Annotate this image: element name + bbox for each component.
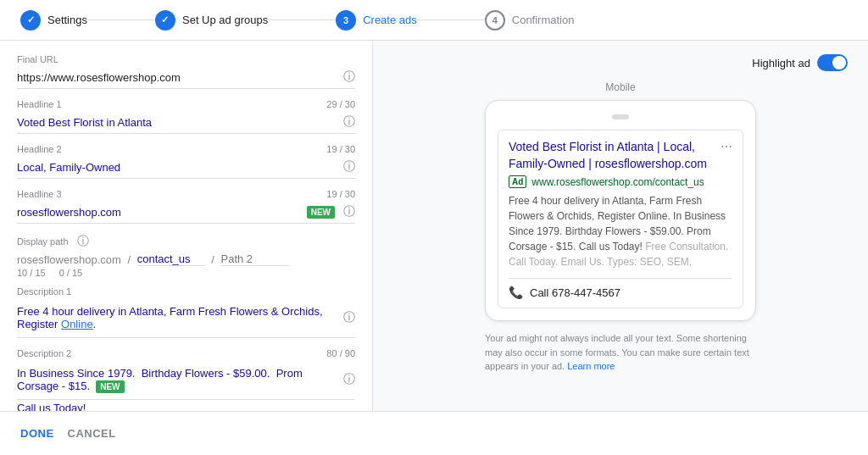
- step-create-ads-circle: 3: [336, 10, 356, 31]
- headline3-input[interactable]: [17, 206, 307, 219]
- step-settings[interactable]: ✓ Settings: [20, 10, 87, 31]
- ad-badge: Ad: [509, 175, 526, 188]
- display-path-path1-input[interactable]: [137, 252, 205, 266]
- cancel-button[interactable]: CANCEL: [68, 420, 116, 447]
- desc2-value[interactable]: In Business Since 1979. Birthday Flowers…: [17, 363, 338, 396]
- headline1-label: Headline 1: [17, 99, 62, 109]
- headline2-count: 19 / 30: [326, 144, 355, 154]
- headline3-label: Headline 3: [17, 189, 62, 199]
- disclaimer-text: Your ad might not always include all you…: [485, 333, 749, 371]
- headline1-header-row: Headline 1 29 / 30: [17, 99, 355, 111]
- step-confirmation-circle: 4: [485, 10, 505, 31]
- desc2-block: Description 2 80 / 90 In Business Since …: [17, 348, 355, 411]
- desc2-count: 80 / 90: [326, 348, 355, 358]
- ad-info-row: Ad www.rosesflowershop.com/contact_us: [509, 175, 732, 188]
- display-path-path2-input[interactable]: [221, 252, 289, 266]
- ad-title: Voted Best Florist in Atlanta | Local, F…: [509, 139, 732, 172]
- stepper: ✓ Settings ✓ Set Up ad groups 3 Create a…: [0, 0, 868, 41]
- final-url-help-icon[interactable]: ⓘ: [343, 69, 355, 85]
- display-path-sep1: /: [125, 253, 134, 266]
- left-panel: Final URL ⓘ Headline 1 29 / 30 ⓘ Headlin…: [0, 41, 373, 411]
- headline2-label: Headline 2: [17, 144, 62, 154]
- connector-1: [87, 19, 155, 20]
- headline2-row: ⓘ: [17, 156, 355, 179]
- headline2-header-row: Headline 2 19 / 30: [17, 144, 355, 156]
- headline1-input[interactable]: [17, 116, 338, 129]
- display-path-base: rosesflowershop.com: [17, 253, 121, 266]
- display-path-help-icon[interactable]: ⓘ: [77, 234, 89, 249]
- desc1-value[interactable]: Free 4 hour delivery in Atlanta, Farm Fr…: [17, 302, 338, 334]
- step-ad-groups-label: Set Up ad groups: [182, 14, 268, 26]
- display-path-label: Display path: [17, 236, 69, 247]
- final-url-row: ⓘ: [17, 66, 355, 89]
- headline3-block: Headline 3 19 / 30 NEW ⓘ: [17, 189, 355, 224]
- step-confirmation[interactable]: 4 Confirmation: [485, 10, 575, 31]
- desc1-row: Free 4 hour delivery in Atlanta, Farm Fr…: [17, 298, 355, 338]
- headline2-input[interactable]: [17, 161, 338, 174]
- headline3-count: 19 / 30: [326, 189, 355, 199]
- desc1-help-icon[interactable]: ⓘ: [343, 310, 355, 325]
- phone-notch: [612, 114, 629, 119]
- headline2-block: Headline 2 19 / 30 ⓘ: [17, 144, 355, 179]
- ad-title-text: Voted Best Florist in Atlanta | Local, F…: [509, 139, 721, 172]
- desc2-label: Description 2: [17, 348, 71, 358]
- done-button[interactable]: DONE: [20, 420, 54, 447]
- disclaimer: Your ad might not always include all you…: [485, 331, 756, 374]
- headline1-count: 29 / 30: [326, 99, 355, 109]
- headline2-help-icon[interactable]: ⓘ: [343, 159, 355, 175]
- step-ad-groups-circle: ✓: [155, 10, 175, 31]
- footer: DONE CANCEL: [0, 411, 868, 455]
- learn-more-link[interactable]: Learn more: [567, 361, 615, 371]
- final-url-input[interactable]: [17, 71, 338, 84]
- headline3-help-icon[interactable]: ⓘ: [343, 204, 355, 219]
- device-label: Mobile: [605, 81, 635, 93]
- connector-2: [268, 19, 336, 20]
- headline1-help-icon[interactable]: ⓘ: [343, 114, 355, 130]
- path1-count: 10 / 15: [17, 268, 46, 278]
- desc2-value-line2: Call us Today!: [17, 400, 355, 411]
- ad-description: Free 4 hour delivery in Atlanta, Farm Fr…: [509, 193, 732, 269]
- display-path-sep2: /: [209, 253, 218, 266]
- ad-ellipsis-icon[interactable]: ⋯: [721, 139, 732, 156]
- desc2-row: In Business Since 1979. Birthday Flowers…: [17, 360, 355, 400]
- highlight-toggle[interactable]: [817, 54, 848, 71]
- display-path-inputs: rosesflowershop.com / /: [17, 252, 355, 266]
- step-ad-groups[interactable]: ✓ Set Up ad groups: [155, 10, 268, 31]
- desc1-label: Description 1: [17, 286, 355, 297]
- final-url-block: Final URL ⓘ: [17, 54, 355, 89]
- step-create-ads[interactable]: 3 Create ads: [336, 10, 417, 31]
- display-path-section: Display path ⓘ rosesflowershop.com / / 1…: [17, 234, 355, 278]
- headline1-row: ⓘ: [17, 111, 355, 134]
- main-content: Final URL ⓘ Headline 1 29 / 30 ⓘ Headlin…: [0, 41, 868, 411]
- step-create-ads-label: Create ads: [363, 14, 417, 26]
- call-label: Call 678-447-4567: [530, 286, 620, 299]
- ad-url: www.rosesflowershop.com/contact_us: [531, 176, 704, 188]
- call-phone-icon: 📞: [509, 286, 523, 299]
- desc1-block: Description 1 Free 4 hour delivery in At…: [17, 286, 355, 338]
- highlight-row: Highlight ad: [393, 54, 848, 71]
- step-confirmation-label: Confirmation: [512, 14, 575, 26]
- headline3-row: NEW ⓘ: [17, 201, 355, 224]
- path-counts: 10 / 15 0 / 15: [17, 268, 355, 278]
- headline3-header-row: Headline 3 19 / 30: [17, 189, 355, 201]
- call-row: 📞 Call 678-447-4567: [509, 278, 732, 299]
- desc2-help-icon[interactable]: ⓘ: [343, 372, 355, 387]
- path2-count: 0 / 15: [59, 268, 83, 278]
- connector-3: [417, 19, 485, 20]
- headline1-block: Headline 1 29 / 30 ⓘ: [17, 99, 355, 134]
- step-settings-circle: ✓: [20, 10, 41, 31]
- desc2-header-row: Description 2 80 / 90: [17, 348, 355, 360]
- display-path-label-row: Display path ⓘ: [17, 234, 355, 249]
- step-settings-label: Settings: [47, 14, 87, 26]
- final-url-label: Final URL: [17, 54, 355, 64]
- right-panel: Highlight ad Mobile Voted Best Florist i…: [373, 41, 868, 411]
- ad-description-fade: Free Consultation. Call Today. Email Us.…: [509, 241, 728, 268]
- ad-preview: Voted Best Florist in Atlanta | Local, F…: [498, 130, 743, 308]
- highlight-label: Highlight ad: [752, 57, 810, 69]
- phone-mockup: Voted Best Florist in Atlanta | Local, F…: [485, 100, 756, 321]
- headline3-new-badge: NEW: [307, 206, 335, 219]
